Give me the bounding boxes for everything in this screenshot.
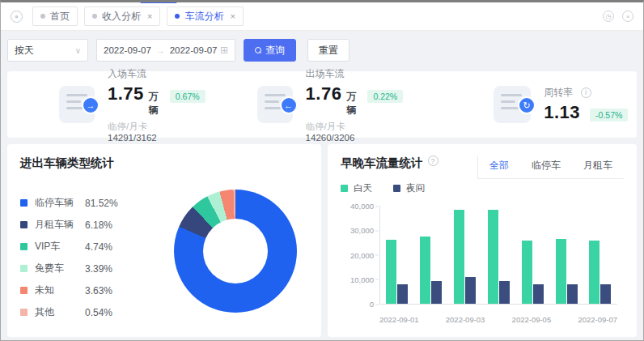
legend-label: VIP车 [35,240,85,254]
tab-close-icon[interactable]: × [147,11,152,21]
period-select[interactable]: 按天 ∨ [7,39,88,62]
date-start-value: 2022-09-07 [104,45,151,55]
bar-group[interactable] [454,206,476,304]
y-axis-tick: 0 [370,300,380,309]
bar-legend-item[interactable]: 白天 [341,182,372,194]
bar-group[interactable] [556,206,578,304]
help-icon[interactable]: ? [428,156,439,166]
info-icon[interactable]: i [581,87,591,98]
tab-close-icon[interactable]: × [230,11,235,21]
date-end-value: 2022-09-07 [170,45,218,55]
nav-tab[interactable]: 收入分析× [84,6,160,26]
search-button-label: 查询 [265,44,285,58]
legend-swatch [20,265,28,272]
legend-label: 月租车辆 [35,218,85,232]
nav-tab[interactable]: 车流分析× [167,6,243,26]
app-window: ● 首页收入分析×车流分析× ◷ × 按天 ∨ 2022-09-07 → 202… [0,0,644,341]
legend-item[interactable]: 免费车3.39% [20,258,150,279]
history-clock-icon[interactable]: ◷ [603,11,614,22]
bar[interactable] [567,284,578,304]
legend-item[interactable]: 未知3.63% [20,279,150,301]
main-content: 按天 ∨ 2022-09-07 → 2022-09-07 ⊞ 查询 重置 [1,31,643,337]
bar-legend: 白天夜间 [341,182,624,194]
bar[interactable] [533,284,544,304]
bar[interactable] [499,281,510,304]
panel-title: 早晚车流量统计 [341,156,423,171]
bar[interactable] [556,239,566,304]
legend-item[interactable]: 临停车辆81.52% [20,192,150,214]
tab-label: 收入分析 [102,10,141,23]
tab-label: 首页 [50,10,70,23]
bar-plot-area: 40,00030,00020,00010,0000 [379,206,617,305]
legend-value: 4.74% [85,241,112,253]
tab-status-dot [175,14,180,19]
y-axis-tick: 30,000 [350,226,380,235]
bar[interactable] [454,210,464,304]
stat-trend-badge: 0.22% [367,90,403,103]
bar-legend-item[interactable]: 夜间 [393,182,425,194]
bar[interactable] [420,237,430,304]
chart-filter-tab[interactable]: 月租车 [572,156,624,178]
stat-sub-label: 临停/月卡 [306,121,345,131]
legend-value: 6.18% [85,220,112,231]
tabbar-actions: ◷ × [603,11,633,22]
bar-chart: 40,00030,00020,00010,0000 2022-09-012022… [341,198,624,326]
panel-title: 进出车辆类型统计 [20,156,114,171]
legend-label: 免费车 [35,262,85,275]
close-all-icon[interactable]: × [622,11,633,22]
stat-exit-traffic: ← 出场车流 1.76 万辆 0.22% 临停/月卡 14260/3206 [205,67,404,143]
stat-title: 周转率 [544,87,573,98]
stat-sub-value: 14291/3162 [108,133,157,143]
bar-group[interactable] [522,206,544,304]
nav-tab[interactable]: 首页 [32,6,78,26]
bar[interactable] [431,281,442,304]
filter-bar: 按天 ∨ 2022-09-07 → 2022-09-07 ⊞ 查询 重置 [7,39,637,62]
search-icon [255,47,261,53]
legend-item[interactable]: 其他0.54% [20,301,150,323]
donut-chart[interactable] [174,190,297,313]
bar-group[interactable] [589,206,611,304]
legend-swatch [20,199,28,207]
active-tab-indicator [140,0,177,3]
legend-value: 3.63% [85,285,112,296]
legend-item[interactable]: 月租车辆6.18% [20,214,150,236]
legend-swatch [20,221,28,228]
search-button[interactable]: 查询 [244,39,296,62]
bar-series-container[interactable] [380,206,617,304]
legend-swatch [20,309,28,316]
stat-title: 入场车流 [108,67,205,81]
calendar-icon: ⊞ [220,45,228,56]
bar[interactable] [589,241,600,304]
legend-value: 3.39% [85,263,112,275]
bar[interactable] [600,284,611,305]
chart-filter-tab[interactable]: 全部 [478,156,520,178]
bar-group[interactable] [420,206,442,304]
legend-swatch [20,243,28,250]
bar-group[interactable] [386,206,408,304]
reset-button-label: 重置 [319,44,338,58]
tab-status-dot [40,14,45,19]
date-range-picker[interactable]: 2022-09-07 → 2022-09-07 ⊞ [96,39,235,62]
bar[interactable] [397,284,408,305]
bar[interactable] [522,241,532,304]
chart-filter-tab[interactable]: 临停车 [520,156,572,178]
x-axis-label [551,309,578,326]
legend-swatch [393,185,400,192]
legend-label: 白天 [354,182,372,194]
x-axis-label: 2022-09-01 [379,309,419,326]
bar[interactable] [386,240,396,304]
y-axis-tick: 10,000 [350,275,380,283]
stat-value: 1.75 [108,83,144,104]
bar[interactable] [465,277,476,304]
bar-group[interactable] [488,206,510,304]
legend-value: 81.52% [85,198,118,209]
stat-sub-label: 临停/月卡 [108,121,147,131]
bar[interactable] [488,210,498,304]
y-axis-tick: 40,000 [350,202,380,211]
tab-bar: ● 首页收入分析×车流分析× ◷ × [1,2,643,31]
tab-status-dot [92,14,97,19]
reset-button[interactable]: 重置 [307,39,350,62]
legend-item[interactable]: VIP车4.74% [20,236,150,258]
tabs-menu-icon[interactable]: ● [11,11,23,23]
legend-label: 临停车辆 [35,196,85,210]
